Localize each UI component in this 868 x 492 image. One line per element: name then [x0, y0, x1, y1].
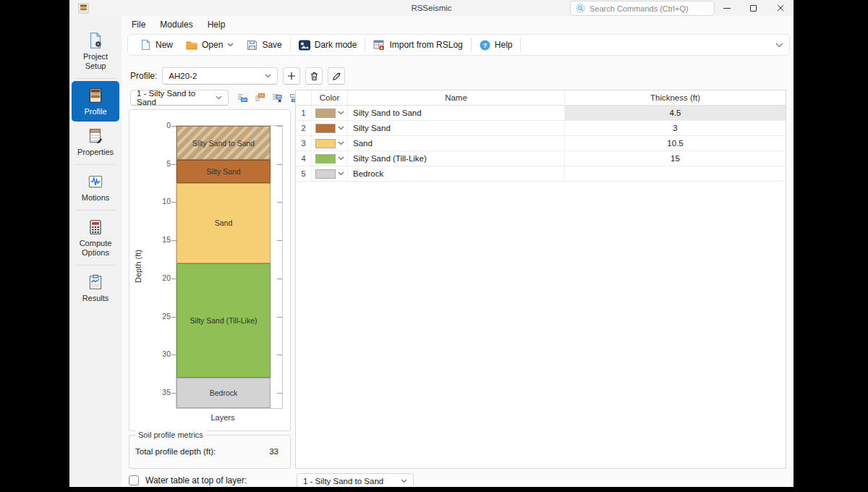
layer-table-body: 1Silty Sand to Sand4.52Silty Sand33Sand1…	[296, 106, 786, 182]
total-depth-label: Total profile depth (ft):	[135, 447, 216, 456]
table-row-silty-sand: 2Silty Sand3	[296, 121, 786, 136]
import-rslog-button[interactable]: Import from RSLog	[367, 36, 469, 54]
soil-layer-bedrock[interactable]: Bedrock	[176, 378, 271, 408]
dark-mode-button-label: Dark mode	[315, 40, 357, 50]
y-tick-mark	[171, 240, 176, 241]
edit-pencil-icon	[332, 72, 341, 81]
water-table-layer-select[interactable]: 1 - Silty Sand to Sand	[297, 473, 414, 487]
layer-name-cell[interactable]: Bedrock	[348, 166, 565, 181]
maximize-button[interactable]	[740, 0, 767, 16]
color-dropdown[interactable]	[312, 106, 348, 120]
soil-layer-label: Silty Sand (Till-Like)	[187, 316, 260, 325]
toolbar-overflow-chevron-icon[interactable]	[775, 43, 783, 48]
metrics-group-title: Soil profile metrics	[135, 430, 206, 439]
main-toolbar: New Open Save	[127, 34, 790, 56]
app-window: RSSeismic	[69, 0, 793, 487]
add-profile-button[interactable]	[283, 67, 300, 85]
save-button-label: Save	[262, 40, 281, 50]
layer-thickness-cell[interactable]: 3	[565, 121, 786, 135]
y-tick-label: 30	[129, 349, 171, 358]
insert-layer-above-button[interactable]	[253, 91, 266, 104]
motions-icon	[86, 171, 105, 192]
soil-profile-chart: Depth (ft) Silty Sand to SandSilty SandS…	[129, 109, 291, 431]
new-button[interactable]: New	[134, 36, 179, 54]
layer-name-cell[interactable]: Silty Sand (Till-Like)	[348, 151, 565, 166]
help-button[interactable]: ? Help	[473, 36, 519, 54]
color-dropdown[interactable]	[312, 151, 348, 166]
sidebar-separator	[75, 210, 116, 211]
maximize-icon	[750, 5, 757, 12]
desktop-background: RSSeismic	[0, 0, 868, 492]
layer-thickness-cell[interactable]: 15	[565, 151, 786, 166]
menu-file[interactable]: File	[124, 20, 153, 30]
help-icon: ?	[480, 40, 490, 51]
open-button[interactable]: Open	[179, 36, 240, 54]
results-icon	[86, 272, 105, 292]
sidebar-item-label: Results	[82, 294, 109, 303]
color-dropdown[interactable]	[312, 136, 348, 150]
toolbar-separator	[520, 38, 521, 52]
sidebar-item-project-setup[interactable]: Project Setup	[72, 26, 119, 76]
plus-icon	[287, 72, 296, 80]
save-button[interactable]: Save	[240, 36, 288, 54]
soil-layer-silty-sand[interactable]: Silty Sand	[176, 160, 271, 183]
y-tick-label: 20	[129, 273, 171, 282]
color-swatch	[315, 124, 336, 133]
soil-layer-sand[interactable]: Sand	[176, 183, 271, 263]
row-number-cell: 2	[296, 121, 312, 135]
trash-icon	[310, 72, 319, 81]
y-tick-mark	[171, 279, 176, 279]
row-number-cell: 5	[296, 166, 312, 181]
water-table-checkbox[interactable]	[129, 475, 139, 485]
chevron-down-icon	[338, 156, 344, 161]
layer-thickness-cell[interactable]	[565, 166, 786, 181]
layer-select[interactable]: 1 - Silty Sand to Sand	[130, 90, 229, 106]
command-search[interactable]	[570, 1, 715, 16]
profile-label: Profile:	[130, 71, 157, 81]
sidebar-item-profile[interactable]: Profile	[72, 81, 119, 122]
minimize-button[interactable]	[713, 0, 740, 16]
chevron-down-icon	[216, 96, 222, 100]
sidebar-item-results[interactable]: Results	[72, 268, 119, 308]
profile-bar: Profile: AH20-2	[130, 67, 345, 85]
color-dropdown[interactable]	[312, 121, 348, 135]
sidebar-item-label: Properties	[77, 148, 114, 157]
chevron-down-icon	[227, 43, 234, 47]
y-tick-mark	[277, 393, 282, 394]
row-number-cell: 4	[296, 151, 312, 166]
remove-layer-button[interactable]	[271, 91, 284, 104]
layer-name-cell[interactable]: Silty Sand to Sand	[348, 106, 565, 120]
chevron-down-icon	[401, 479, 407, 483]
close-icon	[777, 4, 784, 12]
layer-name-cell[interactable]: Sand	[348, 136, 565, 150]
y-tick-mark	[277, 317, 282, 318]
sidebar-item-compute-options[interactable]: Compute Options	[72, 213, 119, 263]
add-layer-below-button[interactable]	[236, 91, 249, 104]
layer-name-cell[interactable]: Silty Sand	[348, 121, 565, 135]
menu-modules[interactable]: Modules	[153, 20, 200, 30]
close-button[interactable]	[767, 0, 793, 16]
sidebar-separator	[75, 164, 116, 165]
profile-select[interactable]: AH20-2	[162, 67, 278, 85]
sidebar-item-motions[interactable]: Motions	[72, 167, 119, 208]
y-axis-title: Depth (ft)	[134, 213, 142, 320]
y-tick-mark	[171, 355, 176, 355]
search-input[interactable]	[590, 4, 705, 13]
soil-layer-silty-sand-to-sand[interactable]: Silty Sand to Sand	[176, 126, 271, 160]
delete-profile-button[interactable]	[305, 67, 323, 85]
water-table-label: Water table at top of layer:	[145, 475, 247, 485]
dark-mode-button[interactable]: Dark mode	[292, 36, 364, 54]
sidebar-item-properties[interactable]: Properties	[72, 122, 119, 162]
layer-thickness-cell[interactable]: 10.5	[565, 136, 786, 150]
soil-profile-metrics-group: Soil profile metrics Total profile depth…	[129, 435, 291, 469]
soil-layer-label: Silty Sand	[203, 167, 243, 176]
edit-profile-button[interactable]	[328, 67, 345, 85]
insert-layer-above-icon	[254, 92, 265, 103]
table-row-silty-sand-till-like: 4Silty Sand (Till-Like)15	[296, 151, 786, 166]
color-dropdown[interactable]	[312, 166, 348, 181]
color-swatch	[315, 139, 336, 148]
menu-help[interactable]: Help	[200, 20, 233, 30]
soil-layer-silty-sand-till-like[interactable]: Silty Sand (Till-Like)	[176, 263, 271, 378]
layer-tools	[236, 91, 301, 104]
layer-thickness-cell[interactable]: 4.5	[565, 106, 786, 120]
